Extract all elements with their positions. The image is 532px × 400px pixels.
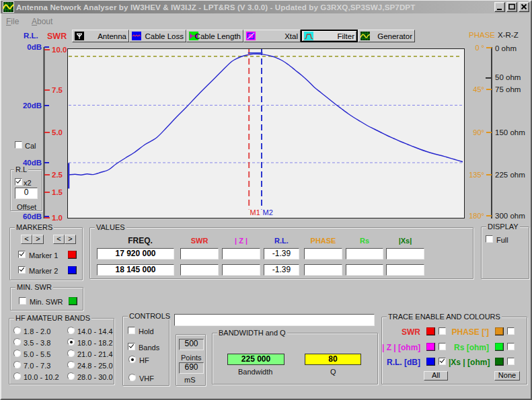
- svg-text:M2: M2: [263, 208, 273, 216]
- svg-text:M1: M1: [250, 208, 260, 216]
